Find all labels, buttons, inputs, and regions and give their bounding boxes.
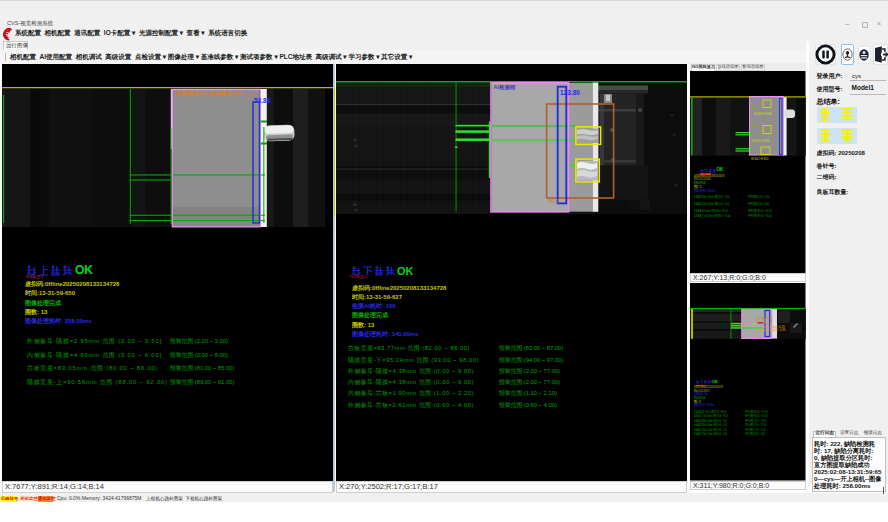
svg-text:W:469 H:308: W:469 H:308 (754, 112, 772, 116)
svg-text:灰阶阈值:93, 动态阈值:100: 灰阶阈值:93, 动态阈值:100 (175, 90, 242, 97)
svg-text:53.88: 53.88 (254, 97, 271, 104)
svg-text:123.80: 123.80 (560, 89, 580, 96)
svg-text:AI检测框: AI检测框 (494, 84, 517, 91)
svg-text:下放卷纠偏偏差: 0.35: 下放卷纠偏偏差: 0.35 (757, 328, 786, 332)
svg-text:W:462 H:310: W:462 H:310 (751, 157, 769, 161)
svg-text:NG:0: NG:0 (548, 199, 559, 204)
svg-text:W:465 H:306: W:465 H:306 (752, 139, 770, 143)
